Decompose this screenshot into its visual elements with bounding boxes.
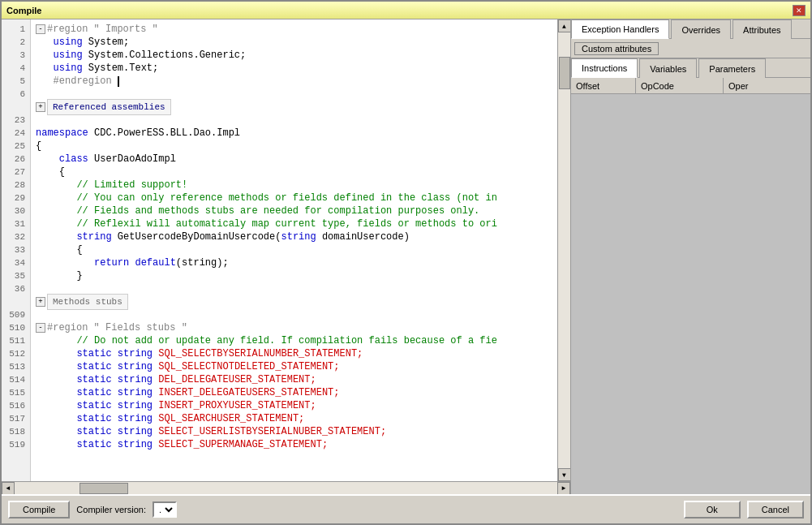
- vertical-scrollbar[interactable]: ▲ ▼: [557, 19, 570, 481]
- grid-header: Offset OpCode Oper: [571, 78, 810, 94]
- field-identifier: DEL_DELEGATEUSER_STATEMENT;: [158, 373, 316, 386]
- line-num: 519: [3, 438, 28, 451]
- tab-label: Overrides: [681, 25, 720, 35]
- code-line: string GetUsercodeByDomainUsercode(strin…: [36, 230, 552, 243]
- grid-col-oper: Oper: [724, 78, 810, 93]
- line-num: 509: [3, 308, 28, 321]
- code-text: (string);: [176, 256, 229, 269]
- code-line: using System.Collections.Generic;: [36, 49, 552, 62]
- keyword: static: [76, 438, 111, 451]
- col-header: Oper: [728, 81, 748, 91]
- scroll-left-button[interactable]: ◄: [2, 482, 15, 495]
- keyword: namespace: [36, 127, 88, 140]
- line-num: 5: [3, 75, 28, 88]
- referenced-assemblies-box[interactable]: Referenced assemblies: [47, 99, 171, 115]
- scrollbar-h-track[interactable]: [15, 482, 557, 494]
- custom-attributes-button[interactable]: Custom attributes: [574, 42, 659, 55]
- horizontal-scrollbar[interactable]: ◄ ►: [2, 481, 570, 494]
- scrollbar-track[interactable]: [558, 32, 570, 468]
- code-text: GetUsercodeByDomainUsercode(: [118, 230, 281, 243]
- code-line: static string SQL_SEARCHUSER_STATEMENT;: [36, 412, 552, 425]
- code-line: // Limited support!: [36, 179, 552, 191]
- code-line: static string SQL_SELECTNOTDELETED_STATE…: [36, 360, 552, 373]
- line-num: 24: [3, 127, 28, 140]
- close-button[interactable]: ✕: [793, 5, 806, 16]
- ok-button[interactable]: Ok: [684, 501, 741, 519]
- cancel-button[interactable]: Cancel: [747, 501, 804, 519]
- code-line: [36, 308, 552, 321]
- tab-overrides[interactable]: Overrides: [671, 19, 731, 39]
- code-text: domainUsercode): [322, 230, 410, 243]
- code-line: static string INSERT_PROXYUSER_STATEMENT…: [36, 399, 552, 412]
- code-text: {: [36, 140, 41, 153]
- keyword: using: [54, 49, 83, 62]
- code-line: using System;: [36, 36, 552, 49]
- line-num: 28: [3, 179, 28, 191]
- scrollbar-thumb[interactable]: [559, 57, 570, 89]
- keyword: string: [281, 230, 316, 243]
- field-identifier: INSERT_PROXYUSER_STATEMENT;: [158, 399, 316, 412]
- field-identifier: INSERT_DELEGATEUSERS_STATEMENT;: [158, 386, 339, 399]
- scrollbar-h-thumb[interactable]: [79, 483, 128, 494]
- tab-label: Instructions: [582, 63, 627, 73]
- code-line: // Do not add or update any field. If co…: [36, 334, 552, 347]
- code-panel: 1 2 3 4 5 6 - 23 24 25 26 27 28 29: [2, 19, 571, 494]
- bottom-bar: Compile Compiler version: .5 Ok Cancel: [2, 494, 810, 523]
- tab-instructions[interactable]: Instructions: [571, 58, 638, 78]
- code-line: static string INSERT_DELEGATEUSERS_STATE…: [36, 386, 552, 399]
- code-area: 1 2 3 4 5 6 - 23 24 25 26 27 28 29: [2, 19, 570, 481]
- scroll-right-button[interactable]: ►: [557, 482, 570, 495]
- comment: // Do not add or update any field. If co…: [76, 334, 496, 347]
- col-header: Offset: [576, 81, 599, 91]
- keyword: return: [94, 256, 129, 269]
- tab-variables[interactable]: Variables: [639, 58, 697, 78]
- collapse-button[interactable]: -: [36, 323, 45, 333]
- field-identifier: SELECT_SUPERMANAGE_STATEMENT;: [158, 438, 328, 451]
- compiler-version-select[interactable]: .5: [153, 501, 177, 518]
- collapse-button[interactable]: -: [36, 24, 45, 34]
- title-bar-buttons: ✕: [793, 5, 806, 16]
- scroll-down-button[interactable]: ▼: [558, 468, 571, 481]
- keyword: string: [118, 412, 153, 425]
- line-num: 517: [3, 412, 28, 425]
- code-line: {: [36, 140, 552, 153]
- keyword: class: [59, 153, 88, 166]
- code-line: static string SELECT_USERLISTBYSERIALNUB…: [36, 425, 552, 438]
- comment: // Fields and methods stubs are needed f…: [76, 204, 479, 217]
- code-content[interactable]: - #region " Imports " using System; usin…: [31, 19, 557, 481]
- field-identifier: SQL_SELECTNOTDELETED_STATEMENT;: [158, 360, 339, 373]
- code-line: namespace CDC.PowerESS.BLL.Dao.Impl: [36, 127, 552, 140]
- tab-attributes[interactable]: Attributes: [733, 19, 791, 39]
- line-num: 31: [3, 217, 28, 230]
- compiler-version-label: Compiler version:: [76, 505, 146, 514]
- line-num: 30: [3, 204, 28, 217]
- expand-button[interactable]: +: [36, 297, 45, 307]
- line-num: 512: [3, 347, 28, 360]
- tab-exception-handlers[interactable]: Exception Handlers: [571, 19, 669, 39]
- field-identifier: SQL_SEARCHUSER_STATEMENT;: [158, 412, 304, 425]
- region-keyword: #endregion: [54, 75, 112, 88]
- line-num: 511: [3, 334, 28, 347]
- scroll-up-button[interactable]: ▲: [558, 19, 571, 32]
- code-text: CDC.PowerESS.BLL.Dao.Impl: [94, 127, 240, 140]
- comment: // You can only reference methods or fie…: [76, 191, 496, 204]
- code-line: return default(string);: [36, 256, 552, 269]
- expand-button[interactable]: +: [36, 102, 45, 112]
- keyword: string: [118, 425, 153, 438]
- line-num: 35: [3, 269, 28, 282]
- compile-button[interactable]: Compile: [8, 501, 70, 519]
- keyword: string: [118, 360, 153, 373]
- methods-stubs-box[interactable]: Methods stubs: [47, 294, 128, 310]
- region-keyword: #region " Imports ": [47, 23, 158, 36]
- keyword: static: [76, 386, 111, 399]
- code-text: System;: [88, 36, 129, 49]
- keyword: static: [76, 399, 111, 412]
- keyword: string: [118, 438, 153, 451]
- line-num: 514: [3, 373, 28, 386]
- tab-parameters[interactable]: Parameters: [698, 58, 766, 78]
- keyword: string: [118, 399, 153, 412]
- line-num: 2: [3, 36, 28, 49]
- code-text: UserDaoAdoImpl: [94, 153, 176, 166]
- code-line: class UserDaoAdoImpl: [36, 153, 552, 166]
- tabs-row-3: Instructions Variables Parameters: [571, 58, 810, 78]
